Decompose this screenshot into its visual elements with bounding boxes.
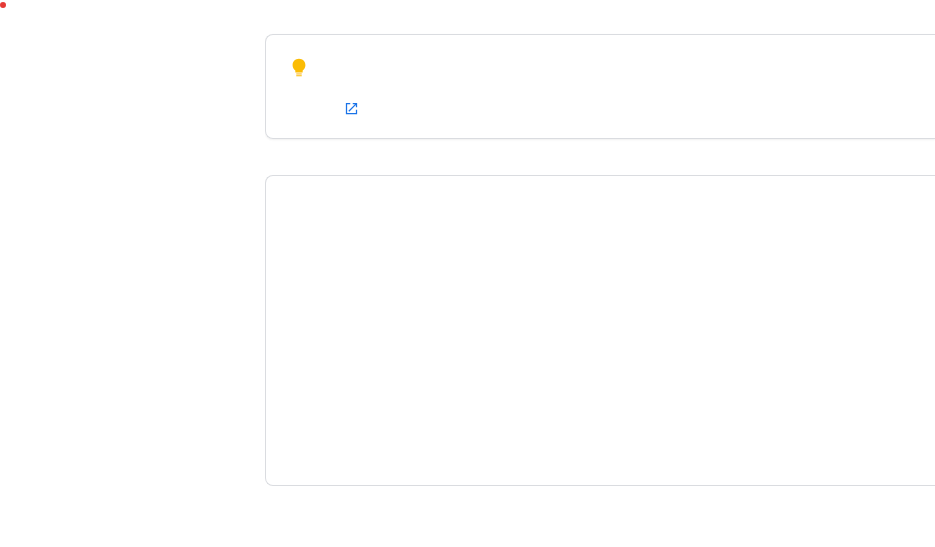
clicks-line-chart (294, 248, 935, 471)
main-content (265, 0, 935, 547)
search-console-insights-link[interactable] (336, 101, 359, 116)
performance-card (265, 175, 935, 486)
highlight-rectangle (0, 2, 6, 8)
external-link-icon (344, 101, 359, 116)
insight-card (265, 34, 935, 139)
lightbulb-icon (288, 57, 310, 79)
legend-swatch (294, 234, 308, 238)
sidebar (0, 0, 265, 547)
chart-legend[interactable] (294, 234, 935, 238)
